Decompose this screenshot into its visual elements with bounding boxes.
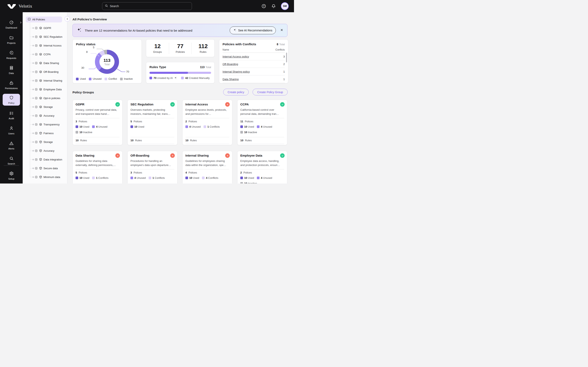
- sidebar-item-search[interactable]: Search: [3, 155, 20, 166]
- create-policy-button[interactable]: Create policy: [223, 89, 249, 95]
- sidebar-item-permissions[interactable]: Permissions: [3, 79, 20, 91]
- conflict-policy-link[interactable]: Off-Boarding: [223, 63, 238, 66]
- rules-type-card: Rules Type 113 Total 70 created by AI 42…: [146, 62, 215, 83]
- conflict-policy-link[interactable]: Data Sharing: [223, 78, 239, 81]
- box-icon: [39, 140, 42, 144]
- layers-icon: [39, 96, 42, 100]
- tree-item-transparency[interactable]: Transparency: [23, 122, 67, 127]
- tree-item-off-boarding[interactable]: Off-Boarding: [23, 70, 67, 74]
- policy-group-card-employee-data[interactable]: Employee Data Employee data access, hand…: [237, 151, 287, 184]
- plus-square-icon[interactable]: [35, 158, 38, 162]
- svg-text:?: ?: [263, 5, 265, 7]
- create-policy-group-button[interactable]: Create Policy Group: [252, 89, 288, 95]
- card-title: Employee Data: [240, 154, 284, 157]
- chip-unused: 4 Unused: [257, 125, 272, 128]
- conflict-count: 1: [283, 70, 285, 73]
- conflicts-column-headers: NameConflicts: [223, 48, 285, 53]
- user-icon: [9, 126, 14, 131]
- tree-item-internal-access[interactable]: Internal Access: [23, 43, 67, 48]
- sidebar-item-projects[interactable]: Projects: [3, 34, 20, 46]
- plus-square-icon[interactable]: [35, 62, 38, 66]
- tree-item-gdpr[interactable]: GDPR: [23, 26, 67, 30]
- plus-square-icon[interactable]: [35, 44, 38, 48]
- scrollbar-thumb[interactable]: [286, 53, 287, 62]
- sidebar-item-policy[interactable]: Policy: [3, 94, 20, 106]
- plus-square-icon[interactable]: [35, 175, 38, 179]
- tree-item-storage[interactable]: Storage: [23, 140, 67, 144]
- plus-square-icon[interactable]: [35, 70, 38, 74]
- conflicts-total: 8 Total: [277, 42, 285, 46]
- tree-item-opt-in-policies[interactable]: Opt-in policies: [23, 96, 67, 100]
- plus-square-icon[interactable]: [35, 26, 38, 30]
- tree-item-internal-sharing[interactable]: Internal Sharing: [23, 78, 67, 83]
- conflict-count: 1: [283, 78, 285, 81]
- sidebar-item-setup[interactable]: Setup: [3, 170, 20, 182]
- tree-root-all-policies[interactable]: All Policies: [26, 17, 62, 22]
- plus-square-icon[interactable]: [35, 79, 38, 83]
- policy-group-card-gdpr[interactable]: GDPR Privacy, control over personal data…: [72, 100, 122, 145]
- gauge-icon: [9, 20, 14, 25]
- plus-square-icon[interactable]: [35, 105, 38, 109]
- tree-item-minimum-data[interactable]: Minimum data: [23, 175, 67, 179]
- chevron-right-icon[interactable]: [19, 21, 22, 25]
- tree-item-storage[interactable]: Storage: [23, 105, 67, 109]
- see-ai-recommendations-button[interactable]: See AI Recommendations: [230, 26, 276, 34]
- policy-group-card-off-boarding[interactable]: Off-Boarding Procedures for handling an …: [127, 151, 177, 184]
- donut-label-inactive: 5: [93, 46, 94, 49]
- search-input[interactable]: [110, 4, 189, 8]
- sidebar-item-requests[interactable]: ? Requests: [3, 49, 20, 61]
- sidebar-item-audit[interactable]: Audit: [3, 109, 20, 121]
- tree-item-fairness[interactable]: Fairness: [23, 131, 67, 136]
- tree-item-ccpa[interactable]: CCPA: [23, 52, 67, 57]
- policy-group-card-data-sharing[interactable]: Data Sharing Guidelines for sharing data…: [72, 151, 122, 184]
- plus-square-icon[interactable]: [35, 141, 38, 144]
- avatar[interactable]: SM: [281, 2, 289, 10]
- chip-conflicts: 1 Conflicts: [204, 125, 220, 128]
- policy-group-card-sec-regulation[interactable]: SEC Regulation Oversees markets, protect…: [127, 100, 177, 145]
- plus-square-icon[interactable]: [35, 132, 38, 136]
- tree-item-data-sharing[interactable]: Data Sharing: [23, 61, 67, 66]
- minus-square-icon[interactable]: [27, 17, 31, 21]
- totals-card: 12Groups77Policies112Rules: [146, 39, 215, 57]
- tree-item-employee-data[interactable]: Employee Data: [23, 87, 67, 92]
- policy-group-card-ccpa[interactable]: CCPA California-based control over perso…: [237, 100, 287, 145]
- policy-group-card-internal-sharing[interactable]: Internal Sharing Guidelines for employee…: [182, 151, 232, 184]
- chip-unused: 4 Unused: [257, 176, 272, 180]
- plus-square-icon[interactable]: [35, 114, 38, 118]
- plus-square-icon[interactable]: [35, 123, 38, 127]
- layers-icon: [39, 35, 42, 39]
- conflict-policy-link[interactable]: Internal Access policy: [223, 55, 249, 58]
- card-polices: 5 Polices: [130, 120, 174, 123]
- close-icon[interactable]: [280, 28, 284, 33]
- box-icon: [39, 167, 42, 171]
- help-icon[interactable]: ?: [261, 4, 266, 8]
- tree-item-accuracy[interactable]: Accuracy: [23, 114, 67, 118]
- sidebar-item-data[interactable]: Data: [3, 64, 20, 76]
- plus-square-icon[interactable]: [35, 88, 38, 92]
- tree-item-accuracy[interactable]: Accuracy: [23, 149, 67, 153]
- global-search[interactable]: [102, 2, 192, 10]
- sidebar-item-users[interactable]: Users: [3, 124, 20, 136]
- status-badge-x-icon: [170, 153, 175, 158]
- plus-square-icon[interactable]: [35, 167, 38, 171]
- collapse-panel-button[interactable]: [65, 16, 70, 22]
- velotix-app: Velotix ? SM Dashboard Projects? Request…: [0, 0, 294, 184]
- bell-icon[interactable]: [271, 4, 276, 8]
- plus-square-icon[interactable]: [35, 53, 38, 57]
- policy-status-card: Policy status 113 Total 703085 UsedUnuse…: [72, 39, 142, 83]
- sidebar-item-dashboard[interactable]: Dashboard: [3, 18, 20, 30]
- tree-item-sec-regulation[interactable]: SEC Regulation: [23, 35, 67, 39]
- chip-unused: 4 Unused: [130, 176, 146, 180]
- plus-square-icon[interactable]: [35, 97, 38, 100]
- conflict-row: quas nihil tempora 1: [223, 83, 285, 83]
- sidebar-item-alerts[interactable]: Alerts: [3, 140, 20, 151]
- tree-item-data-integration[interactable]: Data integration: [23, 157, 67, 162]
- tree-item-secure-data[interactable]: Secure data: [23, 166, 67, 171]
- conflict-policy-link[interactable]: Internal Sharing policy: [223, 70, 250, 73]
- plus-square-icon[interactable]: [35, 149, 38, 153]
- legend-item-conflict: Conflict: [104, 77, 117, 80]
- database-icon: [9, 66, 14, 71]
- policy-group-card-internal-access[interactable]: Internal Access Employee access levels, …: [182, 100, 232, 145]
- card-chips: 4 Unused 1 Conflicts: [130, 176, 174, 184]
- plus-square-icon[interactable]: [35, 35, 38, 39]
